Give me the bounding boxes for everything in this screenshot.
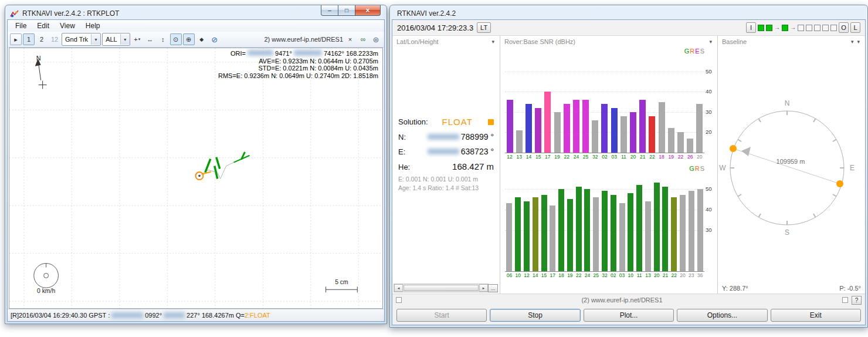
sat-label: 19 [666, 154, 676, 160]
rtknavi-titlebar[interactable]: RTKNAVI ver.2.4.2 [390, 5, 867, 21]
rover-snr-chart: GRES203040501213141517192224253202031120… [505, 48, 704, 160]
sat-label: 32 [591, 154, 600, 160]
sat-label: 26 [686, 154, 695, 160]
sat-label: 25 [592, 272, 601, 278]
chevron-down-icon[interactable]: ▾ [490, 39, 496, 45]
compass-ticks [730, 111, 844, 225]
stream-status-square [806, 25, 812, 31]
plot-button[interactable]: Plot... [584, 309, 674, 322]
chevron-down-icon[interactable]: ▾ [708, 39, 713, 45]
show-marker-button[interactable]: ◆ [196, 33, 208, 45]
stop-button[interactable]: Stop [490, 309, 580, 322]
sat-label: 20 [679, 272, 687, 278]
chevron-down-icon: ▾ [138, 37, 141, 42]
center-origin-button[interactable]: ⊙ [170, 33, 182, 45]
compass-east-label: E [850, 164, 855, 172]
rtk-monitor-button[interactable]: ... [488, 284, 498, 292]
panels: Lat/Lon/Height ▾ Solution: FLOAT N: 7889… [392, 35, 865, 294]
chevron-down-icon[interactable]: ▾ [91, 34, 100, 45]
sat-label: 19 [565, 272, 574, 278]
rtkplot-titlebar[interactable]: RTKNAVI ver.2.4.2 : RTKPLOT – □ × [5, 5, 386, 21]
output-stream-button[interactable]: O [839, 22, 849, 33]
snr-axis-tick: 40 [706, 206, 716, 213]
help-button[interactable]: ? [852, 296, 862, 305]
legend-S: S [700, 165, 704, 172]
sat-label: 11 [619, 154, 628, 160]
chevron-down-icon[interactable]: ▾ [850, 39, 855, 45]
legend-S: S [700, 48, 704, 55]
link-button[interactable]: ∞ [357, 33, 369, 45]
input-stream-button[interactable]: I [746, 22, 756, 33]
height-row: He: 168.427 m [398, 161, 494, 171]
minimize-icon: – [328, 7, 331, 14]
stop-stream-button[interactable]: ⊘ [209, 33, 221, 45]
fit-range-button[interactable]: +▾ [131, 33, 143, 45]
yaw-value: Y: 288.7° [722, 285, 748, 292]
close-button[interactable]: × [355, 5, 381, 16]
scroll-right-button[interactable]: ▸ [479, 284, 488, 292]
log-stream-button[interactable]: L [850, 22, 860, 33]
scroll-left-button[interactable]: ◂ [394, 284, 403, 292]
solution2-toggle[interactable]: 2 [36, 33, 48, 45]
compass-west-label: W [719, 164, 726, 172]
fit-vertical-button[interactable]: ↕ [157, 33, 169, 45]
plot-type-select[interactable]: Gnd Trk ▾ [62, 33, 101, 46]
snr-bar-sat-25 [582, 100, 589, 153]
scrollbar-thumb[interactable] [404, 285, 479, 291]
age-ratio-sat: Age: 1.4 s Ratio: 1.4 # Sat:13 [398, 184, 494, 192]
snr-bar-sat-14 [525, 104, 532, 153]
chevron-down-icon[interactable]: ▾ [120, 34, 130, 45]
sat-label: 20 [652, 272, 661, 278]
redacted-value [111, 312, 143, 318]
sat-label: 03 [609, 154, 619, 160]
snr-bar-sat-11 [621, 116, 627, 153]
stats-std: STD=E: 0.0221m N: 0.0084m U: 0.0435m [218, 65, 378, 72]
quality-value: 2:FLOAT [245, 312, 270, 319]
sat-label: 22 [647, 154, 657, 160]
chevron-down-icon[interactable]: ▾ [856, 39, 861, 45]
solution-panel: Lat/Lon/Height ▾ Solution: FLOAT N: 7889… [392, 36, 500, 294]
fit-horizontal-button[interactable]: ↔ [144, 33, 156, 45]
sat-label: 12 [523, 272, 531, 278]
exit-button[interactable]: Exit [771, 309, 861, 322]
solution-panel-header[interactable]: Lat/Lon/Height ▾ [392, 36, 500, 48]
sat-label: 19 [552, 154, 562, 160]
solution12-toggle[interactable]: 12 [49, 33, 60, 45]
stream-status-text: (2) www.euref-ip.net/DRES1 [405, 296, 839, 304]
north-arrow-icon: N [35, 55, 47, 89]
status-time: [R]2016/03/04 16:29:40.30 GPST : [11, 312, 110, 319]
options-button[interactable]: Options... [677, 309, 767, 322]
menu-view[interactable]: View [55, 21, 80, 31]
clear-stream-button[interactable]: × [344, 33, 356, 45]
baseline-panel-title: Baseline [722, 38, 747, 45]
snr-bar-sat-36 [697, 189, 703, 271]
maximize-button[interactable]: □ [338, 5, 355, 16]
replay-button[interactable]: ▸ [10, 33, 22, 45]
solution-scrollbar[interactable]: ◂ ▸ [394, 284, 489, 292]
baseline-panel-header[interactable]: Baseline ▾ ▾ [718, 36, 865, 48]
quality-label: Q= [236, 312, 245, 319]
plot-options-button[interactable]: ⊛ [370, 33, 382, 45]
base-snr-chart: GRS3040500610121415171819222425320203101… [505, 165, 704, 278]
snr-bar-sat-18 [558, 189, 564, 271]
menu-edit[interactable]: Edit [32, 21, 55, 31]
ground-track-plot[interactable]: N [9, 48, 383, 309]
start-button[interactable]: Start [396, 309, 487, 322]
menu-file[interactable]: File [10, 21, 32, 31]
stats-ave: AVE=E: 0.9233m N: 0.0644m U: 0.2705m [218, 58, 378, 65]
sat-label: 20 [628, 154, 638, 160]
menu-help[interactable]: Help [80, 21, 106, 31]
stream-status-square [758, 25, 764, 31]
satellite-filter-select[interactable]: ALL ▾ [102, 33, 130, 46]
sat-label: 13 [514, 154, 524, 160]
sat-label: 10 [626, 272, 635, 278]
snr-bar-sat-02 [611, 195, 616, 271]
snr-panel-header[interactable]: Rover:Base SNR (dBHz) ▾ [500, 36, 717, 48]
fix-center-button[interactable]: ⊕ [183, 33, 195, 45]
minimize-button[interactable]: – [321, 5, 338, 16]
solution-content: Solution: FLOAT N: 788999 ° E: 638723 ° … [392, 48, 500, 294]
redacted-value [164, 312, 185, 318]
time-system-button[interactable]: LT [477, 22, 491, 33]
snr-panel-title: Rover:Base SNR (dBHz) [504, 38, 575, 45]
solution1-toggle[interactable]: 1 [23, 33, 35, 45]
